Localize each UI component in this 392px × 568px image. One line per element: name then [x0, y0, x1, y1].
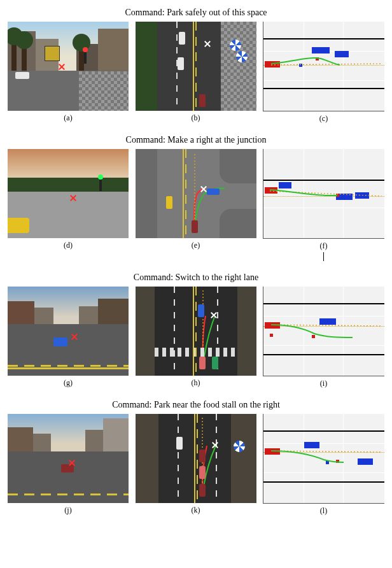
panel-j-wrap: (j): [8, 414, 129, 516]
panel-b-wrap: (b): [136, 22, 256, 124]
command-text: Command: Make a right at the junction: [8, 135, 384, 145]
caption: (c): [263, 114, 384, 124]
panel-a-wrap: (a): [8, 22, 129, 124]
caption: (h): [136, 378, 256, 388]
panels-row: (g) (h): [8, 287, 384, 388]
panel-c: [263, 22, 384, 111]
panel-i-wrap: (i): [263, 287, 384, 388]
panel-k: [136, 414, 256, 503]
caption: (f): [263, 241, 384, 251]
umbrella-icon: [236, 51, 248, 62]
panel-b: [136, 22, 256, 111]
target-x-icon: [200, 186, 207, 192]
panel-h: [136, 287, 256, 376]
panel-f-wrap: (f): [263, 149, 384, 261]
panel-d: [8, 149, 129, 238]
panel-l: [263, 414, 384, 504]
panels-row: (j) (k): [8, 414, 384, 516]
caption: (d): [8, 241, 129, 250]
connector-line: [323, 252, 324, 261]
target-x-icon: [212, 442, 218, 448]
caption: (k): [136, 506, 256, 515]
figure-row-4: Command: Park near the food stall on the…: [8, 400, 384, 516]
panel-k-wrap: (k): [136, 414, 256, 516]
figure-row-1: Command: Park safely out of this space: [8, 8, 384, 124]
figure-row-3: Command: Switch to the right lane: [8, 273, 384, 388]
panel-g-wrap: (g): [8, 287, 129, 388]
chart-trajectory: [263, 414, 384, 503]
panel-j: [8, 414, 129, 503]
panel-h-wrap: (h): [136, 287, 256, 388]
panel-i: [263, 287, 384, 376]
panel-d-wrap: (d): [8, 149, 129, 261]
panel-c-wrap: (c): [263, 22, 384, 124]
figure-row-2: Command: Make a right at the junction (d…: [8, 135, 384, 261]
target-x-icon: [71, 334, 78, 340]
umbrella-icon: [230, 39, 241, 51]
caption: (l): [263, 506, 384, 516]
target-x-icon: [59, 64, 65, 70]
target-x-icon: [211, 312, 217, 318]
umbrella-icon: [234, 441, 245, 452]
chart-trajectory: [263, 149, 384, 238]
target-x-icon: [69, 460, 75, 466]
panels-row: (a) (: [8, 22, 384, 124]
target-x-icon: [204, 41, 211, 47]
panel-e: [136, 149, 256, 238]
chart-trajectory: [263, 22, 384, 111]
panel-g: [8, 287, 129, 376]
caption: (g): [8, 378, 129, 388]
command-text: Command: Switch to the right lane: [8, 273, 384, 283]
chart-trajectory: [263, 287, 384, 376]
caption: (i): [263, 379, 384, 388]
command-text: Command: Park safely out of this space: [8, 8, 384, 18]
caption: (e): [136, 241, 256, 250]
target-x-icon: [70, 195, 76, 201]
caption: (a): [8, 113, 129, 123]
caption: (b): [136, 113, 256, 123]
panel-f: [263, 149, 384, 239]
panel-a: [8, 22, 129, 111]
panel-l-wrap: (l): [263, 414, 384, 516]
caption: (j): [8, 506, 129, 515]
panel-e-wrap: (e): [136, 149, 256, 261]
command-text: Command: Park near the food stall on the…: [8, 400, 384, 410]
panels-row: (d) (e): [8, 149, 384, 261]
